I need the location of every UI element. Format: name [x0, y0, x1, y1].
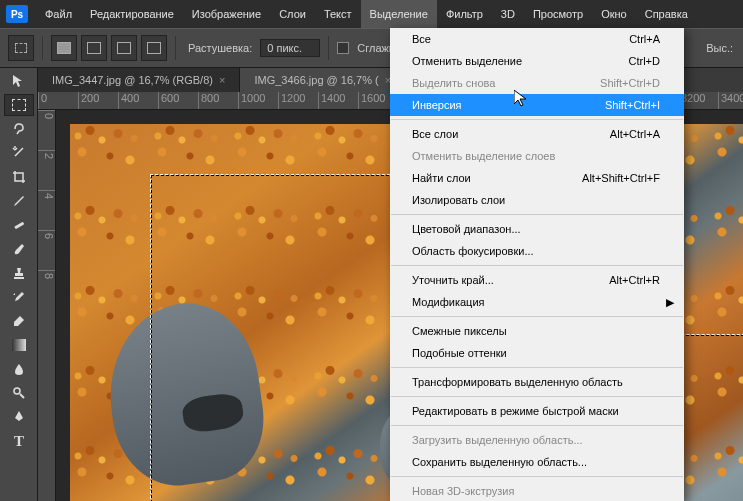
menu-item-label: Изолировать слои [412, 194, 505, 206]
menu-item[interactable]: Трансформировать выделенную область [390, 371, 684, 393]
lasso-tool[interactable] [4, 118, 34, 140]
menu-item-label: Подобные оттенки [412, 347, 507, 359]
menu-item: Выделить сноваShift+Ctrl+D [390, 72, 684, 94]
menu-item-label: Все [412, 33, 431, 45]
menu-изображение[interactable]: Изображение [183, 0, 270, 28]
menu-item[interactable]: Область фокусировки... [390, 240, 684, 262]
menu-справка[interactable]: Справка [636, 0, 697, 28]
svg-point-1 [14, 388, 20, 394]
menu-item[interactable]: Отменить выделениеCtrl+D [390, 50, 684, 72]
heal-tool[interactable] [4, 214, 34, 236]
toolbar: T [0, 68, 38, 501]
menu-item-label: Найти слои [412, 172, 471, 184]
document-tab[interactable]: IMG_3466.jpg @ 16,7% (× [240, 68, 406, 92]
menu-item[interactable]: Изолировать слои [390, 189, 684, 211]
feather-label: Растушевка: [188, 42, 252, 54]
new-selection-icon[interactable] [51, 35, 77, 61]
type-tool[interactable]: T [4, 430, 34, 452]
eyedropper-tool[interactable] [4, 190, 34, 212]
brush-tool[interactable] [4, 238, 34, 260]
eraser-tool[interactable] [4, 310, 34, 332]
menu-shortcut: Ctrl+A [629, 33, 660, 45]
svg-rect-0 [14, 222, 24, 230]
menu-item-label: Загрузить выделенную область... [412, 434, 583, 446]
menu-item: Новая 3D-экструзия [390, 480, 684, 501]
menu-item[interactable]: Цветовой диапазон... [390, 218, 684, 240]
menu-item-label: Смежные пикселы [412, 325, 507, 337]
tab-label: IMG_3447.jpg @ 16,7% (RGB/8) [52, 74, 213, 86]
wand-tool[interactable] [4, 142, 34, 164]
antialias-checkbox[interactable] [337, 42, 349, 54]
menu-item[interactable]: Уточнить край...Alt+Ctrl+R [390, 269, 684, 291]
close-icon[interactable]: × [219, 74, 225, 86]
width-label: Выс.: [706, 42, 733, 54]
submenu-arrow-icon: ▶ [666, 296, 674, 309]
subtract-selection-icon[interactable] [111, 35, 137, 61]
marquee-tool[interactable] [4, 94, 34, 116]
crop-tool[interactable] [4, 166, 34, 188]
menu-окно[interactable]: Окно [592, 0, 636, 28]
selection-menu-dropdown: ВсеCtrl+AОтменить выделениеCtrl+DВыделит… [390, 28, 684, 501]
menu-shortcut: Alt+Shift+Ctrl+F [582, 172, 660, 184]
gradient-tool[interactable] [4, 334, 34, 356]
menu-редактирование[interactable]: Редактирование [81, 0, 183, 28]
ps-logo: Ps [6, 5, 28, 23]
menu-item-label: Модификация [412, 296, 485, 308]
menu-item-label: Редактировать в режиме быстрой маски [412, 405, 619, 417]
dodge-tool[interactable] [4, 382, 34, 404]
menu-3d[interactable]: 3D [492, 0, 524, 28]
selection-marquee [150, 174, 410, 501]
menu-item-label: Новая 3D-экструзия [412, 485, 514, 497]
menu-shortcut: Alt+Ctrl+A [610, 128, 660, 140]
feather-input[interactable] [260, 39, 320, 57]
menu-слои[interactable]: Слои [270, 0, 315, 28]
move-tool[interactable] [4, 70, 34, 92]
menu-текст[interactable]: Текст [315, 0, 361, 28]
intersect-selection-icon[interactable] [141, 35, 167, 61]
menu-shortcut: Ctrl+D [629, 55, 660, 67]
menu-item[interactable]: Найти слоиAlt+Shift+Ctrl+F [390, 167, 684, 189]
menu-фильтр[interactable]: Фильтр [437, 0, 492, 28]
menu-item-label: Инверсия [412, 99, 462, 111]
pen-tool[interactable] [4, 406, 34, 428]
menu-item-label: Область фокусировки... [412, 245, 534, 257]
menu-item[interactable]: ИнверсияShift+Ctrl+I [390, 94, 684, 116]
menu-item-label: Уточнить край... [412, 274, 494, 286]
menu-item-label: Отменить выделение [412, 55, 522, 67]
stamp-tool[interactable] [4, 262, 34, 284]
menubar: Ps ФайлРедактированиеИзображениеСлоиТекс… [0, 0, 743, 28]
menu-файл[interactable]: Файл [36, 0, 81, 28]
document-tab[interactable]: IMG_3447.jpg @ 16,7% (RGB/8)× [38, 68, 240, 92]
menu-просмотр[interactable]: Просмотр [524, 0, 592, 28]
menu-item[interactable]: Все слоиAlt+Ctrl+A [390, 123, 684, 145]
add-selection-icon[interactable] [81, 35, 107, 61]
menu-item-label: Все слои [412, 128, 458, 140]
history-brush-tool[interactable] [4, 286, 34, 308]
menu-item[interactable]: Смежные пикселы [390, 320, 684, 342]
menu-shortcut: Shift+Ctrl+D [600, 77, 660, 89]
menu-item[interactable]: Модификация▶ [390, 291, 684, 313]
menu-item-label: Трансформировать выделенную область [412, 376, 623, 388]
menu-item-label: Сохранить выделенную область... [412, 456, 587, 468]
ruler-vertical: 02468 [38, 110, 56, 501]
menu-выделение[interactable]: Выделение [361, 0, 437, 28]
menu-item[interactable]: ВсеCtrl+A [390, 28, 684, 50]
tool-preset-icon[interactable] [8, 35, 34, 61]
menu-item[interactable]: Редактировать в режиме быстрой маски [390, 400, 684, 422]
menu-item-label: Выделить снова [412, 77, 495, 89]
menu-shortcut: Shift+Ctrl+I [605, 99, 660, 111]
menu-item[interactable]: Сохранить выделенную область... [390, 451, 684, 473]
menu-item-label: Отменить выделение слоев [412, 150, 555, 162]
blur-tool[interactable] [4, 358, 34, 380]
menu-item[interactable]: Подобные оттенки [390, 342, 684, 364]
menu-shortcut: Alt+Ctrl+R [609, 274, 660, 286]
menu-item: Отменить выделение слоев [390, 145, 684, 167]
tab-label: IMG_3466.jpg @ 16,7% ( [254, 74, 378, 86]
menu-item-label: Цветовой диапазон... [412, 223, 521, 235]
menu-item: Загрузить выделенную область... [390, 429, 684, 451]
